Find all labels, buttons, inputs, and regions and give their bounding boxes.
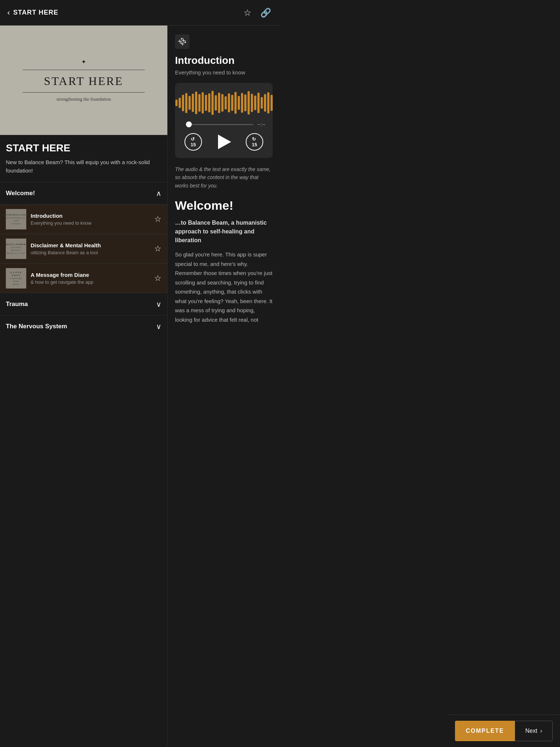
bookmark-button[interactable]: ☆ xyxy=(242,6,253,19)
audio-note: The audio & the text are exactly the sam… xyxy=(175,165,273,190)
waveform-bar xyxy=(211,91,214,115)
waveform-bar xyxy=(248,91,250,115)
course-info: START HERE New to Balance Beam? This wil… xyxy=(0,135,167,182)
play-button[interactable] xyxy=(217,135,231,149)
lesson-favorite-introduction[interactable]: ☆ xyxy=(154,214,162,224)
lesson-favorite-message[interactable]: ☆ xyxy=(154,274,162,283)
lesson-item-introduction[interactable]: INTRODUCTIONEverything you needto know I… xyxy=(0,204,167,234)
waveform-bar xyxy=(175,100,178,106)
waveform-bar xyxy=(257,93,260,113)
lesson-subtitle-disclaimer: utilizing Balance Beam as a tool xyxy=(31,250,150,255)
header-left: ‹ START HERE xyxy=(7,8,58,18)
course-image-subtitle: strengthening the foundation xyxy=(57,96,111,102)
waveform-bar xyxy=(188,96,191,110)
progress-dot xyxy=(186,121,192,127)
lesson-title-introduction: Introduction xyxy=(31,213,150,219)
audio-player: --:-- ↺15 ↻15 xyxy=(175,83,273,158)
waveform-bar xyxy=(261,97,263,109)
progress-row[interactable]: --:-- xyxy=(182,121,265,127)
link-badge-button[interactable]: ⛓ xyxy=(175,34,190,49)
lesson-subtitle-introduction: Everything you need to know xyxy=(31,220,150,226)
header: ‹ START HERE ☆ 🔗 xyxy=(0,0,280,26)
welcome-subheading: …to Balance Beam, a humanistic approach … xyxy=(175,218,273,245)
waveform-bar xyxy=(244,94,246,111)
waveform-bar xyxy=(234,92,237,114)
lesson-title-disclaimer: Disclaimer & Mental Health xyxy=(31,242,150,248)
course-description: New to Balance Beam? This will equip you… xyxy=(6,158,162,175)
waveform xyxy=(182,90,265,116)
waveform-bar xyxy=(251,94,253,112)
waveform-bar xyxy=(221,94,223,112)
waveform-bar xyxy=(202,92,204,113)
back-button[interactable]: ‹ START HERE xyxy=(7,8,58,18)
section-welcome-header[interactable]: Welcome! ∧ xyxy=(0,182,167,204)
section-trauma-title: Trauma xyxy=(6,301,28,308)
content-subtitle: Everything you need to know xyxy=(175,69,273,76)
course-image: ✦ START HERE strengthening the foundatio… xyxy=(0,26,167,135)
content-title: Introduction xyxy=(175,55,273,66)
waveform-bar xyxy=(179,98,181,108)
skip-forward-button[interactable]: ↻15 xyxy=(246,133,263,151)
lesson-info-message: A Message from Diane & how to get naviga… xyxy=(31,272,150,285)
course-image-star-icon: ✦ xyxy=(81,58,86,65)
waveform-bar xyxy=(192,94,194,112)
skip-back-button[interactable]: ↺15 xyxy=(184,133,202,151)
lesson-thumb-disclaimer: DISCLAIMERutilizing BalanceBeam as a too… xyxy=(6,239,26,259)
link-badge-icon: ⛓ xyxy=(177,36,188,47)
waveform-bar xyxy=(241,93,243,113)
play-triangle-icon xyxy=(218,135,231,149)
waveform-bar xyxy=(218,93,220,113)
waveform-bar xyxy=(267,92,269,113)
section-trauma-header[interactable]: Trauma ∨ xyxy=(0,293,167,315)
progress-track[interactable] xyxy=(186,124,253,125)
header-right: ☆ 🔗 xyxy=(242,6,273,19)
welcome-heading: Welcome! xyxy=(175,198,273,213)
lesson-item-message[interactable]: A LOVE NOTEa message fromdiane A Message… xyxy=(0,263,167,293)
waveform-bar xyxy=(228,93,230,112)
chevron-down-trauma-icon: ∨ xyxy=(156,300,162,309)
back-icon: ‹ xyxy=(7,8,10,18)
waveform-bar xyxy=(238,96,240,110)
left-panel: ✦ START HERE strengthening the foundatio… xyxy=(0,26,168,747)
course-image-title: START HERE xyxy=(44,74,124,88)
waveform-bar xyxy=(185,93,187,113)
waveform-bar xyxy=(225,96,227,109)
section-nervous-title: The Nervous System xyxy=(6,323,67,330)
lesson-title-message: A Message from Diane xyxy=(31,272,150,278)
time-display: --:-- xyxy=(257,121,265,127)
waveform-bar xyxy=(231,95,233,111)
section-nervous-header[interactable]: The Nervous System ∨ xyxy=(0,315,167,337)
waveform-bar xyxy=(195,92,197,114)
header-title: START HERE xyxy=(13,9,58,16)
chevron-down-nervous-icon: ∨ xyxy=(156,322,162,331)
section-welcome-title: Welcome! xyxy=(6,190,35,197)
main-layout: ✦ START HERE strengthening the foundatio… xyxy=(0,26,280,747)
waveform-bar xyxy=(205,95,207,111)
right-panel: ⛓ Introduction Everything you need to kn… xyxy=(168,26,280,747)
waveform-bar xyxy=(182,95,184,111)
welcome-body: So glad you're here. This app is super s… xyxy=(175,250,273,324)
skip-forward-icon: ↻15 xyxy=(252,136,257,147)
chevron-up-icon: ∧ xyxy=(156,189,162,198)
waveform-bar xyxy=(271,95,273,111)
share-button[interactable]: 🔗 xyxy=(259,6,273,19)
lesson-favorite-disclaimer[interactable]: ☆ xyxy=(154,244,162,253)
waveform-bar xyxy=(215,95,217,111)
lesson-thumb-message: A LOVE NOTEa message fromdiane xyxy=(6,268,26,289)
waveform-bar xyxy=(208,93,210,112)
waveform-bar xyxy=(264,94,266,112)
course-title: START HERE xyxy=(6,142,162,154)
skip-back-icon: ↺15 xyxy=(191,136,196,147)
player-controls: ↺15 ↻15 xyxy=(182,133,265,151)
lesson-subtitle-message: & how to get navigate the app xyxy=(31,279,150,285)
lesson-info-introduction: Introduction Everything you need to know xyxy=(31,213,150,226)
lesson-info-disclaimer: Disclaimer & Mental Health utilizing Bal… xyxy=(31,242,150,255)
waveform-bar xyxy=(198,94,201,112)
lesson-item-disclaimer[interactable]: DISCLAIMERutilizing BalanceBeam as a too… xyxy=(0,234,167,263)
waveform-bar xyxy=(254,96,256,110)
lesson-thumb-introduction: INTRODUCTIONEverything you needto know xyxy=(6,209,26,229)
